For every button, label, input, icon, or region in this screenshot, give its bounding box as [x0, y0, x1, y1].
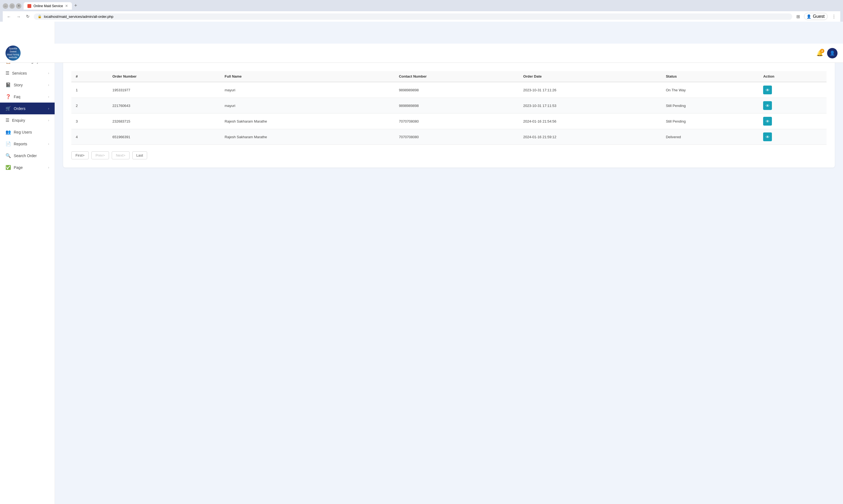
chevron-icon-page: ›	[48, 166, 49, 169]
user-avatar[interactable]: 👤	[827, 48, 838, 58]
sidebar-label-story: Story	[14, 83, 23, 87]
browser-chrome: ─ □ ✕ Online Maid Service ✕ + ← → ↻ 🔒 ⊞ …	[0, 0, 843, 22]
logo-text: Sparkle Sweet Maid hiring website	[6, 47, 19, 59]
sidebar-label-services: Services	[12, 71, 27, 75]
tab-bar: Online Maid Service ✕ +	[23, 2, 79, 10]
cell-1-2: mayuri	[220, 98, 394, 113]
cell-0-0: 1	[71, 82, 108, 98]
view-btn-2[interactable]: 👁	[763, 117, 772, 126]
cell-1-3: 9898989898	[394, 98, 519, 113]
sidebar-item-orders[interactable]: 🛒 Orders ›	[0, 103, 55, 114]
sidebar-item-story[interactable]: 📓 Story ›	[0, 79, 55, 91]
sidebar-icon-search-order: 🔍	[5, 153, 11, 158]
cell-2-4: 2024-01-16 21:54:56	[519, 113, 661, 129]
header-actions: 🔔 2 👤	[816, 48, 838, 58]
col-header-order-number: Order Number	[108, 71, 220, 82]
cell-0-2: mayuri	[220, 82, 394, 98]
sidebar-label-page: Page	[14, 165, 23, 170]
first-page-btn[interactable]: First>	[71, 151, 89, 159]
view-btn-1[interactable]: 👁	[763, 101, 772, 110]
sidebar-label-reports: Reports	[14, 142, 27, 146]
url-input[interactable]	[44, 15, 788, 19]
view-btn-0[interactable]: 👁	[763, 86, 772, 94]
sidebar-icon-services: ☰	[5, 71, 9, 76]
table-row: 1195331977mayuri98989898982023-10-31 17:…	[71, 82, 827, 98]
next-page-btn[interactable]: Next>	[112, 151, 129, 159]
lock-icon: 🔒	[38, 15, 42, 18]
action-cell-1: 👁	[759, 98, 827, 113]
cell-2-3: 7070708080	[394, 113, 519, 129]
app-header: Sparkle Sweet Maid hiring website 🔔 2 👤	[0, 43, 843, 63]
sidebar-item-page[interactable]: ✅ Page ›	[0, 162, 55, 173]
profile-icon: 👤	[807, 14, 811, 19]
user-avatar-icon: 👤	[829, 51, 835, 56]
sidebar-item-faq[interactable]: ❓ Faq ›	[0, 91, 55, 103]
cell-0-1: 195331977	[108, 82, 220, 98]
table-row: 2221760643mayuri98989898982023-10-31 17:…	[71, 98, 827, 113]
col-header-order-date: Order Date	[519, 71, 661, 82]
prev-page-btn[interactable]: Prev>	[91, 151, 109, 159]
cell-3-3: 7070708080	[394, 129, 519, 145]
sidebar-icon-enquiry: ☰	[5, 118, 9, 123]
orders-table: #Order NumberFull NameContact NumberOrde…	[71, 71, 827, 145]
sidebar-label-search-order: Search Order	[14, 154, 37, 158]
tab-title: Online Maid Service	[34, 4, 63, 8]
cell-2-1: 232683715	[108, 113, 220, 129]
sidebar-icon-reg-users: 👥	[5, 129, 11, 134]
logo-area: Sparkle Sweet Maid hiring website	[5, 46, 21, 60]
window-minimize-btn[interactable]: ─	[3, 3, 8, 9]
cell-2-0: 3	[71, 113, 108, 129]
action-cell-0: 👁	[759, 82, 827, 98]
new-tab-button[interactable]: +	[72, 3, 79, 8]
cell-1-5: Still Pending	[661, 98, 759, 113]
action-cell-2: 👁	[759, 113, 827, 129]
window-close-btn[interactable]: ✕	[16, 3, 21, 9]
chevron-icon-enquiry: ›	[48, 119, 49, 122]
col-header-full-name: Full Name	[220, 71, 394, 82]
forward-button[interactable]: →	[15, 14, 22, 19]
cell-0-4: 2023-10-31 17:11:26	[519, 82, 661, 98]
view-btn-3[interactable]: 👁	[763, 132, 772, 141]
sidebar-item-reg-users[interactable]: 👥 Reg Users	[0, 126, 55, 138]
col-header-contact-number: Contact Number	[394, 71, 519, 82]
extensions-button[interactable]: ⊞	[795, 14, 801, 20]
logo: Sparkle Sweet Maid hiring website	[5, 46, 21, 60]
address-bar[interactable]: 🔒	[34, 14, 792, 20]
cell-3-0: 4	[71, 129, 108, 145]
sidebar-icon-faq: ❓	[5, 94, 11, 99]
col-header-#: #	[71, 71, 108, 82]
pagination: First> Prev> Next> Last	[71, 151, 827, 159]
action-cell-3: 👁	[759, 129, 827, 145]
cell-1-1: 221760643	[108, 98, 220, 113]
window-controls: ─ □ ✕	[3, 3, 21, 9]
chevron-icon-reports: ›	[48, 142, 49, 146]
profile-pill[interactable]: 👤 Guest	[804, 13, 828, 20]
main-content: All Orders #Order NumberFull NameContact…	[55, 22, 843, 504]
cell-0-3: 9898989898	[394, 82, 519, 98]
table-row: 4651966391Rajesh Sakharam Marathe7070708…	[71, 129, 827, 145]
tab-favicon	[28, 4, 31, 8]
menu-button[interactable]: ⋮	[830, 14, 838, 20]
active-tab[interactable]: Online Maid Service ✕	[23, 2, 72, 10]
last-page-btn[interactable]: Last	[132, 151, 148, 159]
window-maximize-btn[interactable]: □	[9, 3, 15, 9]
sidebar-label-enquiry: Enquiry	[12, 118, 25, 123]
cell-1-0: 2	[71, 98, 108, 113]
tab-close-btn[interactable]: ✕	[65, 4, 68, 8]
sidebar-icon-orders: 🛒	[5, 106, 11, 111]
chevron-icon-orders: ›	[48, 107, 49, 110]
sidebar-item-enquiry[interactable]: ☰ Enquiry ›	[0, 114, 55, 126]
sidebar-label-reg-users: Reg Users	[14, 130, 32, 134]
sidebar-label-orders: Orders	[14, 106, 25, 111]
sidebar-item-reports[interactable]: 📄 Reports ›	[0, 138, 55, 150]
sidebar-item-search-order[interactable]: 🔍 Search Order	[0, 150, 55, 162]
sidebar-label-faq: Faq	[14, 95, 20, 99]
cell-3-2: Rajesh Sakharam Marathe	[220, 129, 394, 145]
chevron-icon-services: ›	[48, 71, 49, 75]
notification-button[interactable]: 🔔 2	[816, 50, 823, 56]
cell-3-4: 2024-01-16 21:59:12	[519, 129, 661, 145]
sidebar-item-services[interactable]: ☰ Services ›	[0, 67, 55, 79]
page-card: All Orders #Order NumberFull NameContact…	[63, 49, 835, 167]
reload-button[interactable]: ↻	[25, 14, 31, 19]
back-button[interactable]: ←	[5, 14, 12, 19]
